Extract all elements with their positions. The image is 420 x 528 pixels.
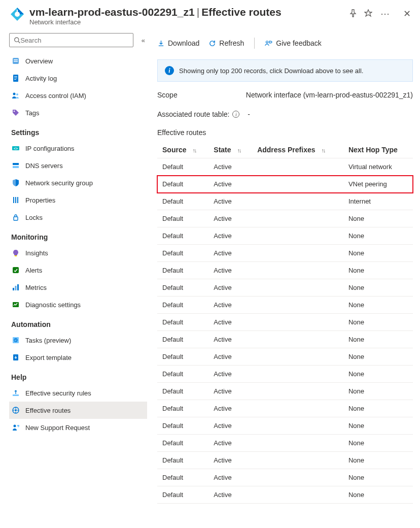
table-row[interactable]: DefaultActiveNone: [157, 452, 413, 469]
sidebar-item-support[interactable]: New Support Request: [9, 419, 147, 436]
table-row[interactable]: DefaultActiveNone: [157, 245, 413, 262]
table-row[interactable]: DefaultActiveNone: [157, 469, 413, 486]
sidebar-item-properties[interactable]: Properties: [9, 191, 147, 209]
sort-icon: ↑↓: [322, 147, 325, 153]
sidebar-item-insights[interactable]: Insights: [9, 244, 147, 261]
sidebar-item-eff-routes[interactable]: Effective routes: [9, 402, 147, 419]
cell-state: Active: [208, 296, 252, 314]
sidebar-item-diagnostic-settings[interactable]: Diagnostic settings: [9, 296, 147, 313]
svg-rect-19: [13, 166, 19, 168]
sidebar-item-activity-log[interactable]: Activity log: [9, 70, 147, 87]
sidebar-item-label: Overview: [25, 57, 53, 65]
sidebar-item-tasks[interactable]: Tasks (preview): [9, 332, 147, 349]
svg-point-40: [14, 425, 16, 427]
info-circle-icon[interactable]: i: [232, 111, 239, 118]
table-row[interactable]: DefaultActiveNone: [157, 366, 413, 383]
associated-value: -: [248, 110, 250, 118]
cell-source: Default: [157, 227, 208, 245]
table-row[interactable]: DefaultActiveNone: [157, 383, 413, 400]
sidebar-item-ip-configurations[interactable]: <>IP configurations: [9, 140, 147, 157]
svg-rect-33: [13, 394, 19, 396]
cell-next_hop: None: [343, 469, 413, 486]
cell-prefixes: [252, 279, 343, 296]
cell-prefixes: [252, 193, 343, 210]
cell-source: Default: [157, 210, 208, 227]
sidebar-item-label: Effective routes: [25, 407, 71, 414]
table-row[interactable]: DefaultActiveNone: [157, 210, 413, 227]
close-icon[interactable]: ✕: [403, 8, 411, 19]
title-separator: |: [197, 6, 199, 18]
col-header[interactable]: Address Prefixes↑↓: [252, 142, 343, 158]
blade-header: vm-learn-prod-eastus-002291_z1 | Effecti…: [0, 0, 420, 30]
svg-rect-7: [14, 59, 18, 60]
col-header[interactable]: Source↑↓: [157, 142, 208, 158]
locks-icon: [11, 213, 20, 222]
refresh-button[interactable]: Refresh: [208, 39, 244, 47]
sidebar-item-metrics[interactable]: Metrics: [9, 279, 147, 296]
cell-next_hop: None: [343, 210, 413, 227]
cell-state: Active: [208, 193, 252, 210]
sidebar-search[interactable]: [9, 33, 133, 47]
cell-state: Active: [208, 158, 252, 176]
collapse-sidebar-icon[interactable]: «: [139, 37, 147, 44]
cell-state: Active: [208, 469, 252, 486]
table-row[interactable]: DefaultActiveVNet peering: [157, 176, 413, 193]
cell-prefixes: [252, 314, 343, 331]
table-row[interactable]: DefaultActiveNone: [157, 314, 413, 331]
cell-next_hop: None: [343, 227, 413, 245]
download-button[interactable]: Download: [157, 39, 199, 47]
pin-icon[interactable]: [349, 9, 357, 19]
sidebar-item-access-control[interactable]: Access control (IAM): [9, 87, 147, 104]
feedback-button[interactable]: Give feedback: [265, 39, 322, 47]
cell-state: Active: [208, 486, 252, 504]
svg-rect-3: [17, 10, 18, 12]
cell-state: Active: [208, 245, 252, 262]
diagnostic-settings-icon: [11, 300, 20, 309]
cell-prefixes: [252, 417, 343, 435]
svg-point-13: [13, 93, 16, 95]
sidebar-item-tags[interactable]: Tags: [9, 104, 147, 121]
col-label: Address Prefixes: [257, 146, 315, 154]
cell-state: Active: [208, 417, 252, 435]
sidebar-item-eff-sec-rules[interactable]: Effective security rules: [9, 384, 147, 402]
cell-prefixes: [252, 158, 343, 176]
table-row[interactable]: DefaultActiveNone: [157, 279, 413, 296]
svg-rect-26: [13, 288, 14, 290]
cell-prefixes: [252, 210, 343, 227]
svg-point-4: [15, 38, 19, 42]
svg-rect-11: [14, 78, 17, 78]
sidebar-item-dns-servers[interactable]: DNS servers: [9, 157, 147, 174]
cell-next_hop: VNet peering: [343, 176, 413, 193]
sidebar-item-export-template[interactable]: Export template: [9, 349, 147, 366]
table-row[interactable]: DefaultActiveNone: [157, 486, 413, 504]
table-row[interactable]: DefaultActiveNone: [157, 400, 413, 417]
sidebar-item-overview[interactable]: Overview: [9, 52, 147, 70]
cell-next_hop: None: [343, 417, 413, 435]
table-row[interactable]: DefaultActiveVirtual network: [157, 158, 413, 176]
table-row[interactable]: DefaultActiveNone: [157, 348, 413, 366]
search-input[interactable]: [20, 37, 129, 44]
table-row[interactable]: DefaultActiveNone: [157, 331, 413, 348]
cell-source: Default: [157, 262, 208, 279]
col-header[interactable]: Next Hop Type: [343, 142, 413, 158]
more-icon[interactable]: ⋯: [379, 8, 391, 19]
table-row[interactable]: DefaultActiveNone: [157, 227, 413, 245]
sidebar-item-nsg[interactable]: Network security group: [9, 174, 147, 191]
sidebar-heading: Settings: [9, 121, 147, 140]
table-row[interactable]: DefaultActiveNone: [157, 417, 413, 435]
col-label: State: [214, 146, 231, 154]
sidebar-item-locks[interactable]: Locks: [9, 209, 147, 226]
table-row[interactable]: DefaultActiveInternet: [157, 193, 413, 210]
svg-text:<>: <>: [14, 147, 18, 150]
cell-prefixes: [252, 366, 343, 383]
sidebar-item-label: Diagnostic settings: [25, 301, 81, 309]
sidebar-item-alerts[interactable]: Alerts: [9, 261, 147, 279]
table-row[interactable]: DefaultActiveNone: [157, 435, 413, 452]
alerts-icon: [11, 266, 20, 275]
table-row[interactable]: DefaultActiveNone: [157, 262, 413, 279]
table-row[interactable]: DefaultActiveNone: [157, 296, 413, 314]
favorite-icon[interactable]: [364, 9, 372, 19]
col-header[interactable]: State↑↓: [208, 142, 252, 158]
col-label: Source: [162, 146, 186, 154]
svg-rect-12: [14, 79, 16, 80]
